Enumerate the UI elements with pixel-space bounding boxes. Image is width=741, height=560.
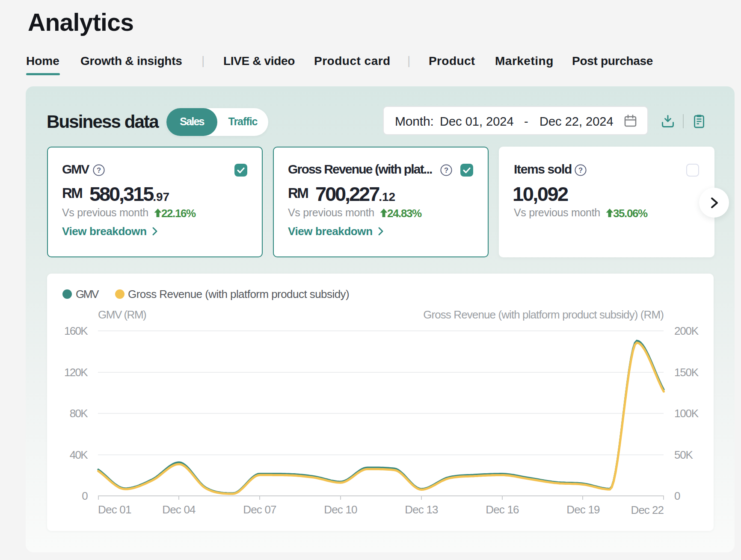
svg-text:?: ?: [444, 166, 448, 174]
svg-text:?: ?: [578, 166, 583, 174]
svg-text:?: ?: [97, 166, 101, 174]
